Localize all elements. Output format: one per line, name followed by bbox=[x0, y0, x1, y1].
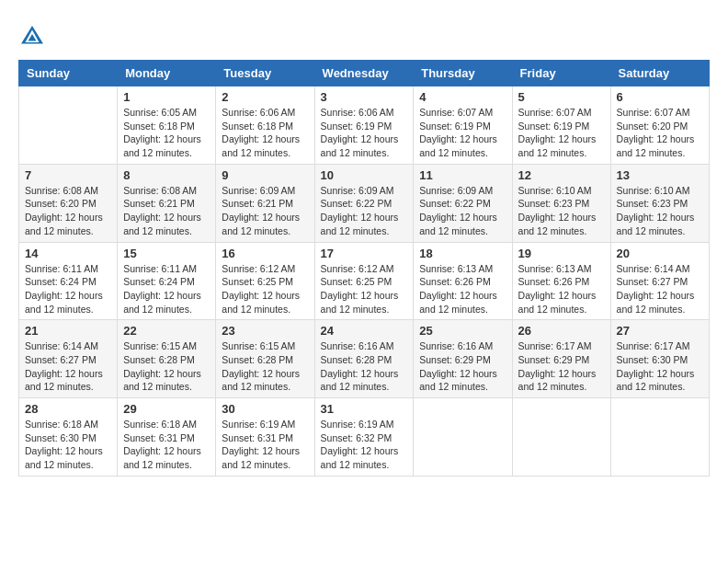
week-row-3: 14Sunrise: 6:11 AMSunset: 6:24 PMDayligh… bbox=[19, 242, 710, 320]
calendar-cell: 23Sunrise: 6:15 AMSunset: 6:28 PMDayligh… bbox=[216, 320, 314, 398]
column-header-saturday: Saturday bbox=[610, 61, 709, 86]
day-info: Sunrise: 6:07 AMSunset: 6:20 PMDaylight:… bbox=[617, 106, 703, 160]
calendar-cell: 12Sunrise: 6:10 AMSunset: 6:23 PMDayligh… bbox=[512, 164, 610, 242]
calendar-cell: 29Sunrise: 6:18 AMSunset: 6:31 PMDayligh… bbox=[118, 398, 216, 477]
day-number: 24 bbox=[321, 324, 408, 338]
calendar-cell: 15Sunrise: 6:11 AMSunset: 6:24 PMDayligh… bbox=[118, 242, 216, 320]
day-number: 22 bbox=[123, 324, 210, 338]
week-row-4: 21Sunrise: 6:14 AMSunset: 6:27 PMDayligh… bbox=[19, 320, 710, 398]
calendar-header: SundayMondayTuesdayWednesdayThursdayFrid… bbox=[19, 61, 710, 86]
day-number: 13 bbox=[617, 168, 703, 182]
day-info: Sunrise: 6:06 AMSunset: 6:19 PMDaylight:… bbox=[321, 106, 408, 160]
calendar-cell: 10Sunrise: 6:09 AMSunset: 6:22 PMDayligh… bbox=[314, 164, 414, 242]
day-info: Sunrise: 6:10 AMSunset: 6:23 PMDaylight:… bbox=[518, 184, 605, 238]
calendar-cell: 18Sunrise: 6:13 AMSunset: 6:26 PMDayligh… bbox=[414, 242, 512, 320]
day-info: Sunrise: 6:15 AMSunset: 6:28 PMDaylight:… bbox=[222, 339, 308, 394]
day-number: 28 bbox=[25, 402, 111, 416]
day-number: 26 bbox=[518, 324, 605, 338]
logo-icon bbox=[18, 23, 46, 51]
day-info: Sunrise: 6:08 AMSunset: 6:20 PMDaylight:… bbox=[25, 184, 111, 238]
day-info: Sunrise: 6:18 AMSunset: 6:30 PMDaylight:… bbox=[25, 418, 111, 472]
day-info: Sunrise: 6:16 AMSunset: 6:28 PMDaylight:… bbox=[321, 339, 408, 394]
calendar-cell: 4Sunrise: 6:07 AMSunset: 6:19 PMDaylight… bbox=[414, 86, 512, 165]
column-header-tuesday: Tuesday bbox=[216, 61, 314, 86]
day-number: 20 bbox=[617, 247, 703, 260]
header-row: SundayMondayTuesdayWednesdayThursdayFrid… bbox=[19, 61, 710, 86]
day-number: 5 bbox=[518, 90, 605, 104]
calendar-cell: 2Sunrise: 6:06 AMSunset: 6:18 PMDaylight… bbox=[216, 86, 314, 165]
day-info: Sunrise: 6:16 AMSunset: 6:29 PMDaylight:… bbox=[419, 339, 506, 394]
day-number: 17 bbox=[321, 247, 408, 260]
day-info: Sunrise: 6:11 AMSunset: 6:24 PMDaylight:… bbox=[25, 262, 111, 316]
day-number: 30 bbox=[222, 402, 308, 416]
week-row-5: 28Sunrise: 6:18 AMSunset: 6:30 PMDayligh… bbox=[19, 398, 710, 477]
calendar-cell: 19Sunrise: 6:13 AMSunset: 6:26 PMDayligh… bbox=[512, 242, 610, 320]
calendar-body: 1Sunrise: 6:05 AMSunset: 6:18 PMDaylight… bbox=[19, 86, 710, 477]
day-number: 16 bbox=[222, 247, 308, 260]
calendar-table: SundayMondayTuesdayWednesdayThursdayFrid… bbox=[18, 60, 710, 477]
calendar-cell: 6Sunrise: 6:07 AMSunset: 6:20 PMDaylight… bbox=[610, 86, 709, 165]
day-info: Sunrise: 6:07 AMSunset: 6:19 PMDaylight:… bbox=[419, 106, 506, 160]
column-header-friday: Friday bbox=[512, 61, 610, 86]
day-info: Sunrise: 6:13 AMSunset: 6:26 PMDaylight:… bbox=[518, 262, 605, 316]
day-number: 2 bbox=[222, 90, 308, 104]
calendar-cell: 31Sunrise: 6:19 AMSunset: 6:32 PMDayligh… bbox=[314, 398, 414, 477]
column-header-wednesday: Wednesday bbox=[314, 61, 414, 86]
day-info: Sunrise: 6:14 AMSunset: 6:27 PMDaylight:… bbox=[617, 262, 703, 316]
calendar-cell bbox=[19, 86, 118, 165]
column-header-monday: Monday bbox=[118, 61, 216, 86]
calendar-cell: 5Sunrise: 6:07 AMSunset: 6:19 PMDaylight… bbox=[512, 86, 610, 165]
day-number: 15 bbox=[123, 247, 210, 260]
day-info: Sunrise: 6:19 AMSunset: 6:31 PMDaylight:… bbox=[222, 418, 308, 472]
calendar-cell: 28Sunrise: 6:18 AMSunset: 6:30 PMDayligh… bbox=[19, 398, 118, 477]
calendar-cell: 24Sunrise: 6:16 AMSunset: 6:28 PMDayligh… bbox=[314, 320, 414, 398]
day-info: Sunrise: 6:06 AMSunset: 6:18 PMDaylight:… bbox=[222, 106, 308, 160]
day-number: 10 bbox=[321, 168, 408, 182]
calendar-cell: 13Sunrise: 6:10 AMSunset: 6:23 PMDayligh… bbox=[610, 164, 709, 242]
calendar-cell bbox=[512, 398, 610, 477]
day-number: 4 bbox=[419, 90, 506, 104]
day-number: 1 bbox=[123, 90, 210, 104]
day-number: 9 bbox=[222, 168, 308, 182]
calendar-cell: 26Sunrise: 6:17 AMSunset: 6:29 PMDayligh… bbox=[512, 320, 610, 398]
day-info: Sunrise: 6:11 AMSunset: 6:24 PMDaylight:… bbox=[123, 262, 210, 316]
day-number: 19 bbox=[518, 247, 605, 260]
day-number: 3 bbox=[321, 90, 408, 104]
day-number: 31 bbox=[321, 402, 408, 416]
day-info: Sunrise: 6:14 AMSunset: 6:27 PMDaylight:… bbox=[25, 339, 111, 394]
day-info: Sunrise: 6:12 AMSunset: 6:25 PMDaylight:… bbox=[222, 262, 308, 316]
day-number: 18 bbox=[419, 247, 506, 260]
week-row-2: 7Sunrise: 6:08 AMSunset: 6:20 PMDaylight… bbox=[19, 164, 710, 242]
calendar-cell: 9Sunrise: 6:09 AMSunset: 6:21 PMDaylight… bbox=[216, 164, 314, 242]
calendar-cell bbox=[610, 398, 709, 477]
calendar-cell: 25Sunrise: 6:16 AMSunset: 6:29 PMDayligh… bbox=[414, 320, 512, 398]
day-info: Sunrise: 6:12 AMSunset: 6:25 PMDaylight:… bbox=[321, 262, 408, 316]
day-number: 7 bbox=[25, 168, 111, 182]
day-number: 23 bbox=[222, 324, 308, 338]
day-info: Sunrise: 6:18 AMSunset: 6:31 PMDaylight:… bbox=[123, 418, 210, 472]
day-info: Sunrise: 6:08 AMSunset: 6:21 PMDaylight:… bbox=[123, 184, 210, 238]
day-info: Sunrise: 6:17 AMSunset: 6:29 PMDaylight:… bbox=[518, 339, 605, 394]
day-number: 25 bbox=[419, 324, 506, 338]
calendar-cell: 20Sunrise: 6:14 AMSunset: 6:27 PMDayligh… bbox=[610, 242, 709, 320]
column-header-sunday: Sunday bbox=[19, 61, 118, 86]
day-info: Sunrise: 6:09 AMSunset: 6:22 PMDaylight:… bbox=[419, 184, 506, 238]
calendar-cell: 22Sunrise: 6:15 AMSunset: 6:28 PMDayligh… bbox=[118, 320, 216, 398]
day-number: 14 bbox=[25, 247, 111, 260]
calendar-cell: 21Sunrise: 6:14 AMSunset: 6:27 PMDayligh… bbox=[19, 320, 118, 398]
day-number: 29 bbox=[123, 402, 210, 416]
day-number: 8 bbox=[123, 168, 210, 182]
day-number: 27 bbox=[617, 324, 703, 338]
day-info: Sunrise: 6:09 AMSunset: 6:22 PMDaylight:… bbox=[321, 184, 408, 238]
day-info: Sunrise: 6:19 AMSunset: 6:32 PMDaylight:… bbox=[321, 418, 408, 472]
calendar-cell: 11Sunrise: 6:09 AMSunset: 6:22 PMDayligh… bbox=[414, 164, 512, 242]
week-row-1: 1Sunrise: 6:05 AMSunset: 6:18 PMDaylight… bbox=[19, 86, 710, 165]
day-info: Sunrise: 6:10 AMSunset: 6:23 PMDaylight:… bbox=[617, 184, 703, 238]
calendar-cell: 7Sunrise: 6:08 AMSunset: 6:20 PMDaylight… bbox=[19, 164, 118, 242]
day-number: 21 bbox=[25, 324, 111, 338]
day-info: Sunrise: 6:05 AMSunset: 6:18 PMDaylight:… bbox=[123, 106, 210, 160]
calendar-cell: 3Sunrise: 6:06 AMSunset: 6:19 PMDaylight… bbox=[314, 86, 414, 165]
day-number: 12 bbox=[518, 168, 605, 182]
day-info: Sunrise: 6:13 AMSunset: 6:26 PMDaylight:… bbox=[419, 262, 506, 316]
day-number: 11 bbox=[419, 168, 506, 182]
